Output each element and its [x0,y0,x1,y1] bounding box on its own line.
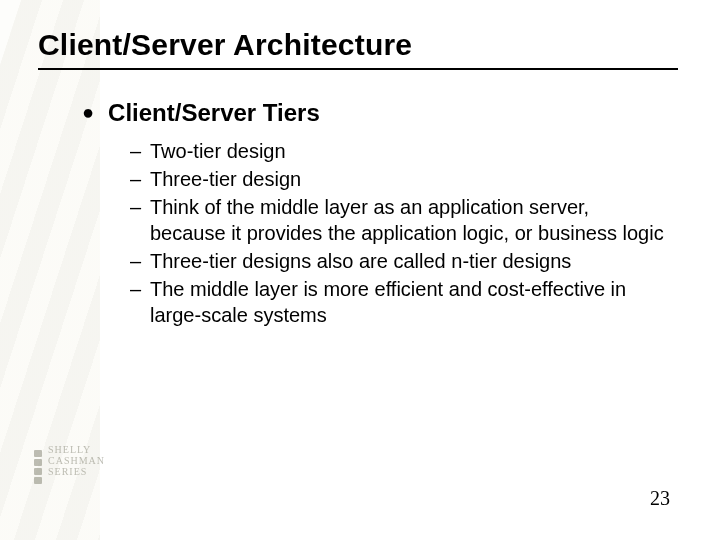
dash-icon: – [130,138,150,164]
list-item-text: Two-tier design [150,138,286,164]
sub-list: – Two-tier design – Three-tier design – … [130,138,670,328]
logo-line3: SERIES [48,466,87,477]
title-underline [38,68,678,70]
dash-icon: – [130,166,150,192]
bullet-item: ● Client/Server Tiers [90,98,670,128]
logo-text: SHELLY CASHMAN SERIES [48,444,105,477]
slide: Client/Server Architecture ● Client/Serv… [0,0,720,540]
list-item-text: The middle layer is more efficient and c… [150,276,670,328]
series-logo: SHELLY CASHMAN SERIES [34,444,108,504]
list-item: – Think of the middle layer as an applic… [130,194,670,246]
bullet-label: Client/Server Tiers [108,98,320,128]
list-item: – Three-tier design [130,166,670,192]
dash-icon: – [130,248,150,274]
logo-bars-icon [34,450,42,486]
list-item-text: Three-tier designs also are called n-tie… [150,248,571,274]
page-number: 23 [650,487,670,510]
logo-line1: SHELLY [48,444,91,455]
list-item-text: Three-tier design [150,166,301,192]
bullet-marker: ● [82,98,94,126]
content-area: ● Client/Server Tiers – Two-tier design … [90,98,670,330]
list-item: – Three-tier designs also are called n-t… [130,248,670,274]
list-item: – The middle layer is more efficient and… [130,276,670,328]
list-item: – Two-tier design [130,138,670,164]
list-item-text: Think of the middle layer as an applicat… [150,194,670,246]
logo-line2: CASHMAN [48,455,105,466]
slide-title: Client/Server Architecture [38,28,412,62]
dash-icon: – [130,276,150,302]
dash-icon: – [130,194,150,220]
